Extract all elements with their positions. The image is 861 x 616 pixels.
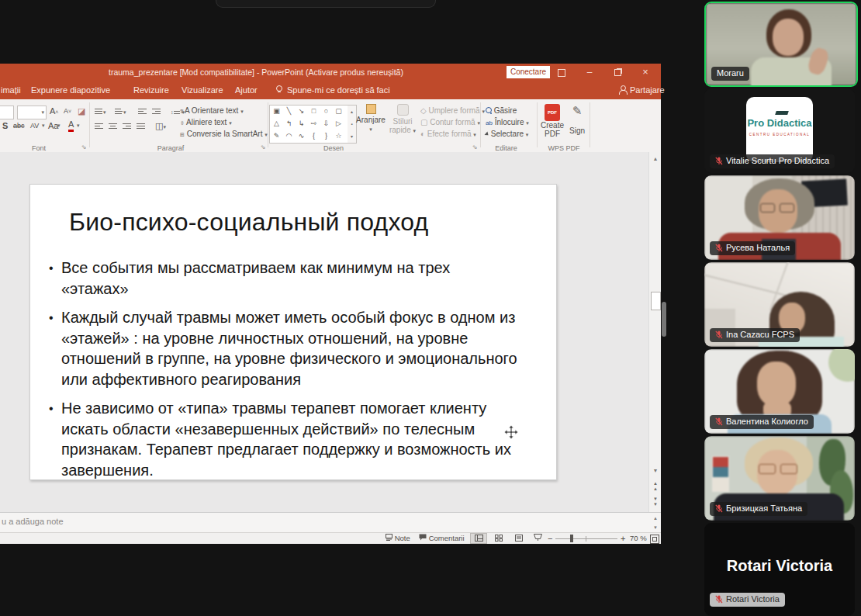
shape-left-brace-icon[interactable]: { <box>308 130 320 142</box>
strikethrough-button[interactable]: abc <box>13 119 25 132</box>
shape-oval-icon[interactable]: ○ <box>320 106 332 117</box>
tab-animatii-clipped[interactable]: imații <box>1 81 21 99</box>
shape-arc-icon[interactable]: ◠ <box>283 130 295 142</box>
restore-icon[interactable] <box>608 64 627 81</box>
shape-right-arrow-icon[interactable]: ⇨ <box>308 118 320 130</box>
shape-rectangle-icon[interactable]: □ <box>308 106 320 117</box>
tab-vizualizare[interactable]: Vizualizare <box>182 81 223 99</box>
conectare-button[interactable]: Conectare <box>507 66 550 78</box>
previous-slide-button[interactable]: ▲▲ <box>649 481 661 492</box>
increase-indent-button[interactable] <box>152 105 161 117</box>
font-color-button[interactable]: A <box>68 119 74 132</box>
increase-font-button[interactable]: A˄ <box>50 105 58 119</box>
shape-line-icon[interactable]: ╲ <box>283 106 295 117</box>
editor-vertical-scrollbar[interactable]: ▲ ▼ ▲▲ ▼▼ <box>648 152 661 512</box>
smartart-button[interactable]: ⊞ Conversie la SmartArt ▾ <box>180 129 268 140</box>
view-slide-sorter-button[interactable] <box>490 533 507 544</box>
shape-star-icon[interactable]: ☆ <box>333 130 344 142</box>
tab-expunere-diapozitive[interactable]: Expunere diapozitive <box>31 81 110 99</box>
shape-fill-button[interactable]: ◇ Umplere formă ▾ <box>420 106 485 116</box>
ribbon-display-options-icon[interactable] <box>552 64 571 81</box>
justify-button[interactable] <box>137 119 145 132</box>
notes-pane[interactable]: u a adăuga note ▲▼ <box>0 512 661 533</box>
next-slide-button[interactable]: ▼▼ <box>649 497 661 507</box>
create-pdf-button[interactable]: PDF CreatePDF <box>540 104 565 138</box>
zoom-percentage[interactable]: 70 % <box>630 533 647 544</box>
shape-freeform-icon[interactable]: ✎ <box>271 130 282 142</box>
paragraph-dialog-launcher[interactable]: ⇘ <box>259 144 267 151</box>
shape-rounded-rectangle-icon[interactable]: ▢ <box>333 106 344 117</box>
scrollbar-thumb[interactable] <box>651 292 661 310</box>
view-reading-button[interactable] <box>510 533 527 544</box>
shape-outline-button[interactable]: ▢ Contur formă ▾ <box>420 117 480 128</box>
participant-video-ruseva-natalia[interactable]: Русева Наталья <box>704 175 855 260</box>
decrease-indent-button[interactable] <box>138 105 147 117</box>
sign-button[interactable]: ✎ Sign <box>566 104 588 135</box>
align-left-button[interactable] <box>95 119 103 132</box>
font-dialog-launcher[interactable]: ⇘ <box>80 144 88 151</box>
scroll-up-icon[interactable]: ▲ <box>649 154 661 164</box>
columns-button[interactable]: ◫▾ <box>155 119 166 133</box>
close-icon[interactable]: × <box>636 64 655 81</box>
bullets-button[interactable]: ▾ <box>95 105 106 119</box>
drawing-dialog-launcher[interactable]: ⇘ <box>471 144 479 151</box>
align-center-button[interactable] <box>109 119 117 132</box>
font-name-select[interactable] <box>0 106 14 119</box>
zoom-out-button[interactable]: − <box>548 533 552 544</box>
participant-video-vitalie-scurtu[interactable]: Pro Didactica CENTRU EDUCATIONAL Vitalie… <box>704 88 855 173</box>
fit-slide-to-window-button[interactable] <box>650 535 659 544</box>
text-shadow-button[interactable]: S <box>2 119 8 132</box>
view-slideshow-button[interactable] <box>529 533 546 544</box>
shape-elbow-icon[interactable]: ↰ <box>283 118 295 130</box>
participant-name-label: Rotari Victoria <box>710 593 785 607</box>
zoom-slider-thumb[interactable] <box>570 535 573 542</box>
quick-styles-button[interactable]: Stilurirapide ▾ <box>388 104 417 134</box>
shape-textbox-icon[interactable]: ▣ <box>271 106 282 117</box>
comments-button[interactable]: Comentarii <box>419 533 465 544</box>
note-button[interactable]: Note <box>386 533 410 544</box>
clear-formatting-icon[interactable]: ◪ <box>78 105 85 117</box>
participants-scrollbar[interactable] <box>662 302 666 337</box>
find-button[interactable]: Găsire <box>486 106 517 116</box>
shape-elbow-arrow-icon[interactable]: ↳ <box>296 118 307 130</box>
shape-down-arrow-icon[interactable]: ⇩ <box>320 118 332 130</box>
participant-video-moraru[interactable]: Moraru <box>704 2 858 87</box>
text-direction-button[interactable]: ⇅A Orientare text ▾ <box>180 106 244 116</box>
partajare-button[interactable]: Partajare <box>630 81 665 99</box>
tell-me-box[interactable]: Spune-mi ce dorești să faci <box>287 81 390 99</box>
font-size-select[interactable]: ▾ <box>17 106 47 119</box>
slide-canvas[interactable]: Био-психо-социальный подход Все события … <box>29 184 557 480</box>
slide-title: Био-психо-социальный подход <box>69 208 428 237</box>
participant-video-valentina-kolioglo[interactable]: Валентина Колиогло <box>704 349 855 434</box>
zoom-slider-track[interactable] <box>555 538 617 539</box>
shape-triangle-icon[interactable]: △ <box>271 118 282 130</box>
scroll-down-icon[interactable]: ▼ <box>649 465 661 476</box>
comments-icon <box>419 534 427 541</box>
view-normal-button[interactable] <box>470 533 487 544</box>
arrange-button[interactable]: Aranjare▾ <box>355 104 386 133</box>
powerpoint-title-bar: trauma_prezentare [Mod compatibilitate] … <box>0 64 661 81</box>
shape-right-brace-icon[interactable]: } <box>320 130 332 142</box>
zoom-floating-controls[interactable] <box>216 0 436 8</box>
replace-button[interactable]: ab Înlocuire ▾ <box>486 117 529 128</box>
shape-pentagon-icon[interactable]: ▷ <box>333 118 344 130</box>
zoom-in-button[interactable]: + <box>621 533 625 544</box>
participant-video-ina-cazacu[interactable]: Ina Cazacu FCPS <box>704 262 855 347</box>
shape-arrow-line-icon[interactable]: ↘ <box>296 106 307 117</box>
numbering-button[interactable]: ▾ <box>115 105 126 119</box>
shape-gallery[interactable]: ▣ ╲ ↘ □ ○ ▢ △ ↰ ↳ ⇨ ⇩ ▷ ✎ ◠ ∿ { } ☆ <box>269 105 348 144</box>
shape-curve-icon[interactable]: ∿ <box>296 130 307 142</box>
notes-scrollbar[interactable]: ▲▼ <box>650 514 661 532</box>
tab-ajutor[interactable]: Ajutor <box>235 81 258 99</box>
muted-mic-icon <box>715 244 723 252</box>
shape-effects-button[interactable]: ◐ Efecte formă ▾ <box>420 129 476 140</box>
align-text-button[interactable]: ⇳ Aliniere text ▾ <box>180 117 232 128</box>
minimize-icon[interactable]: – <box>580 64 599 81</box>
character-spacing-button[interactable]: AV <box>30 119 39 132</box>
decrease-font-button[interactable]: A˅ <box>64 105 71 118</box>
tab-revizuire[interactable]: Revizuire <box>133 81 169 99</box>
participant-video-brizitskaya-tatiana[interactable]: Бризицкая Татьяна <box>704 436 855 521</box>
align-right-button[interactable] <box>123 119 131 132</box>
select-button[interactable]: Selectare ▾ <box>486 129 528 140</box>
participant-video-rotari-victoria[interactable]: Rotari Victoria Rotari Victoria <box>704 523 855 616</box>
